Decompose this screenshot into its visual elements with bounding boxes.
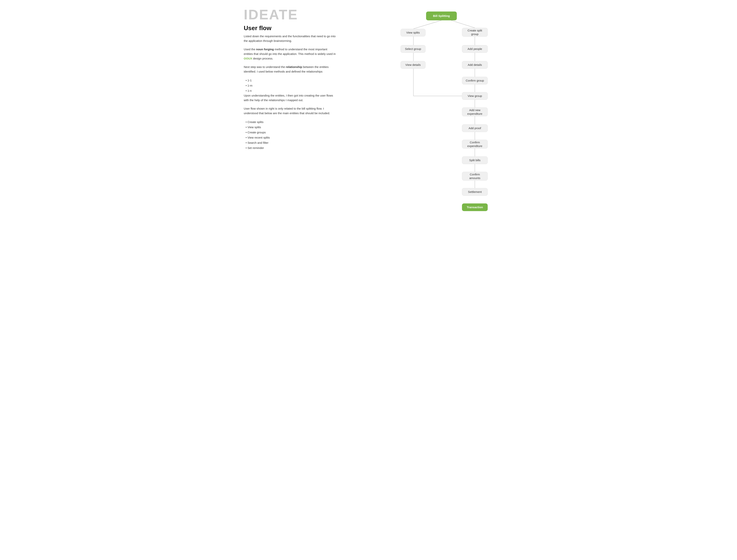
- list-item: Create groups: [246, 130, 336, 135]
- list-item: Set reminder: [246, 145, 336, 150]
- ooux-link[interactable]: OOUX: [244, 57, 252, 60]
- svg-line-0: [413, 20, 441, 29]
- node-view-splits: View splits: [401, 29, 426, 36]
- node-add-new-expenditure: Add newexpenditure: [462, 107, 488, 116]
- relationship-list: 1-1 1-m 1-n: [244, 78, 336, 93]
- list-item: View splits: [246, 125, 336, 130]
- paragraph-2: Used the noun forging method to understa…: [244, 47, 336, 61]
- right-panel: Bill Splitting View splits Create splitg…: [347, 8, 493, 192]
- node-settlement: Settlement: [462, 188, 488, 196]
- page-container: IDEATE User flow Listed down the require…: [244, 8, 493, 192]
- list-item: View recent splits: [246, 135, 336, 140]
- node-select-group: Select group: [401, 45, 426, 53]
- node-confirm-expenditure: Confirmexpenditure: [462, 140, 488, 149]
- node-create-split-group: Create splitgroup: [462, 28, 488, 37]
- node-add-people: Add people: [462, 45, 488, 53]
- ideate-heading: IDEATE: [244, 8, 336, 21]
- svg-line-1: [451, 20, 475, 28]
- node-split-bills: Split bills: [462, 156, 488, 164]
- list-item: Search and filter: [246, 140, 336, 145]
- node-bill-splitting: Bill Splitting: [426, 12, 457, 20]
- paragraph-5: User flow shown in right is only related…: [244, 106, 336, 116]
- node-confirm-amounts: Confirmamounts: [462, 172, 488, 181]
- node-add-details: Add details: [462, 61, 488, 69]
- node-confirm-group: Confirm group: [462, 77, 488, 84]
- list-item: 1-n: [246, 88, 336, 93]
- section-title: User flow: [244, 25, 336, 32]
- node-transaction: Transaction: [462, 203, 488, 211]
- paragraph-3: Next step was to understand the relation…: [244, 65, 336, 74]
- list-item: Create splits: [246, 119, 336, 125]
- paragraph-1: Listed down the requirements and the fun…: [244, 34, 336, 43]
- node-view-details: View details: [401, 61, 426, 69]
- list-item: 1-1: [246, 78, 336, 83]
- entities-list: Create splits View splits Create groups …: [244, 119, 336, 150]
- left-panel: IDEATE User flow Listed down the require…: [244, 8, 336, 192]
- node-view-group: View group: [462, 92, 488, 100]
- node-add-proof: Add proof: [462, 124, 488, 132]
- flow-diagram: Bill Splitting View splits Create splitg…: [347, 8, 493, 192]
- paragraph-4: Upon understanding the entities, I then …: [244, 93, 336, 102]
- list-item: 1-m: [246, 83, 336, 88]
